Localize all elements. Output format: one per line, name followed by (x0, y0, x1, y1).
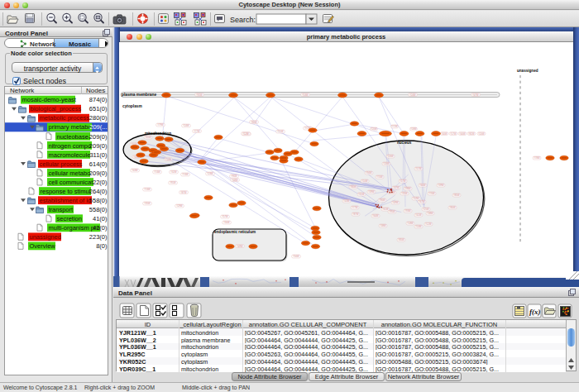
svg-text:plasma membrane: plasma membrane (122, 93, 156, 97)
svg-text:metabolic process: metabolic process (40, 114, 90, 122)
svg-text:mosaic-demo-yeast: mosaic-demo-yeast (22, 96, 77, 103)
svg-text:Y57W: Y57W (415, 167, 422, 170)
svg-text:nucleobase-: nucleobase- (57, 132, 91, 140)
svg-text:Y43W: Y43W (132, 169, 138, 172)
svg-text:response to stimul: response to stimul (41, 187, 91, 194)
svg-text:Y10W: Y10W (165, 158, 172, 161)
svg-text:Y12W: Y12W (242, 132, 249, 136)
svg-text:Y38W: Y38W (380, 224, 386, 227)
svg-text:Y90W: Y90W (231, 174, 237, 178)
svg-text:Y56W: Y56W (293, 255, 299, 258)
svg-text:Y82W: Y82W (468, 132, 475, 136)
svg-text:cellular process: cellular process (40, 160, 83, 167)
svg-text:Y18W: Y18W (410, 127, 417, 131)
svg-text:Y51W: Y51W (277, 130, 284, 133)
svg-text:Y85W: Y85W (453, 194, 460, 197)
svg-text:Overview: Overview (30, 242, 56, 250)
svg-text:223(0): 223(0) (89, 233, 108, 241)
svg-text:Y85W: Y85W (398, 238, 404, 241)
svg-text:558(0): 558(0) (89, 196, 108, 203)
svg-text:Y20W: Y20W (478, 132, 485, 136)
svg-text:Y49W: Y49W (392, 201, 399, 204)
svg-text:f(x): f(x) (529, 308, 541, 316)
svg-text:Y26W: Y26W (383, 162, 390, 165)
svg-text:Y80W: Y80W (350, 185, 356, 189)
svg-text:mitochondrion: mitochondrion (145, 131, 171, 136)
svg-text:Y37W: Y37W (393, 186, 400, 189)
svg-text:transport: transport (49, 205, 74, 213)
svg-text:Y94W: Y94W (366, 171, 372, 174)
svg-text:Y49W: Y49W (237, 245, 243, 248)
svg-text:cellular metabo: cellular metabo (49, 169, 91, 176)
svg-text:41(0): 41(0) (93, 214, 108, 222)
svg-text:Y70W: Y70W (376, 175, 383, 179)
svg-text:Y38W: Y38W (427, 212, 433, 215)
svg-text:Y30W: Y30W (223, 221, 230, 224)
svg-text:Y32W: Y32W (170, 170, 177, 174)
svg-text:Y39W: Y39W (438, 184, 444, 187)
svg-text:Y78W: Y78W (534, 156, 540, 160)
svg-text:Y40W: Y40W (459, 132, 466, 136)
svg-text:Y93W: Y93W (404, 209, 411, 213)
svg-text:Y91W: Y91W (170, 181, 176, 184)
svg-text:Y48W: Y48W (232, 179, 238, 182)
svg-text:42(0): 42(0) (93, 224, 108, 232)
svg-text:Y79W: Y79W (157, 123, 164, 127)
svg-text:Y90W: Y90W (379, 198, 385, 202)
svg-text:Search:: Search: (230, 16, 256, 24)
svg-text:Y17W: Y17W (450, 132, 457, 136)
svg-text:unassigned: unassigned (30, 233, 61, 241)
svg-text:Y98W: Y98W (404, 187, 411, 190)
svg-text:establishment of lo: establishment of lo (40, 196, 92, 203)
svg-text:Y17W: Y17W (400, 179, 406, 183)
svg-text:Y77W: Y77W (352, 206, 358, 209)
svg-text:Y29W: Y29W (176, 204, 183, 208)
svg-text:209(...: 209(... (89, 123, 107, 131)
svg-text:Y24W: Y24W (409, 93, 416, 97)
svg-text:secretion: secretion (57, 214, 82, 222)
svg-text:Y95W: Y95W (389, 210, 395, 213)
svg-text:651(0): 651(0) (89, 105, 108, 112)
svg-text:Y92W: Y92W (196, 93, 203, 97)
svg-text:280(0): 280(0) (89, 114, 108, 122)
svg-text:Y66W: Y66W (419, 184, 426, 187)
svg-text:Y67W: Y67W (419, 200, 425, 203)
svg-text:Y26W: Y26W (387, 155, 394, 158)
svg-text:unassigned: unassigned (517, 69, 538, 73)
svg-text:Y64W: Y64W (372, 214, 379, 218)
svg-text:Y53W: Y53W (302, 93, 309, 97)
svg-text:Y87W: Y87W (352, 213, 359, 216)
svg-text:Y24W: Y24W (183, 124, 189, 127)
svg-text:Y35W: Y35W (144, 202, 151, 205)
svg-text:Y72W: Y72W (391, 125, 398, 128)
svg-text:cell communicat: cell communicat (49, 178, 94, 185)
svg-text:22(0): 22(0) (93, 178, 108, 185)
svg-text:cytoplasm: cytoplasm (122, 104, 142, 108)
svg-text:Y53W: Y53W (415, 225, 422, 228)
svg-text:558(0): 558(0) (89, 205, 108, 213)
svg-text:Y10W: Y10W (361, 179, 368, 183)
svg-text:Y47W: Y47W (472, 93, 479, 97)
svg-text:Y41W: Y41W (415, 213, 422, 217)
svg-text:Y57W: Y57W (222, 215, 228, 218)
svg-text:311(0): 311(0) (89, 151, 108, 158)
svg-text:Y74W: Y74W (182, 173, 189, 176)
svg-text:Y74W: Y74W (154, 170, 160, 174)
svg-text:Y20W: Y20W (371, 127, 377, 131)
svg-text:biological_process: biological_process (31, 105, 82, 112)
svg-text:nucleus: nucleus (397, 141, 412, 145)
svg-text:874(0): 874(0) (89, 96, 108, 103)
svg-text:macromolecule: macromolecule (49, 151, 91, 158)
svg-text:Y76W: Y76W (428, 192, 435, 195)
svg-text:209(0): 209(0) (89, 141, 108, 149)
svg-text:Y40W: Y40W (441, 132, 447, 136)
svg-text:Y74W: Y74W (144, 188, 151, 191)
svg-text:nitrogen compo: nitrogen compo (49, 141, 92, 149)
svg-text:Y18W: Y18W (407, 222, 414, 225)
svg-text:Y43W: Y43W (343, 199, 350, 203)
svg-text:Y80W: Y80W (449, 206, 456, 209)
svg-text:209(0): 209(0) (89, 169, 108, 176)
svg-text:Y86W: Y86W (251, 121, 257, 124)
svg-text:endoplasmic reticulum: endoplasmic reticulum (214, 230, 256, 234)
svg-text:Y35W: Y35W (401, 192, 408, 195)
